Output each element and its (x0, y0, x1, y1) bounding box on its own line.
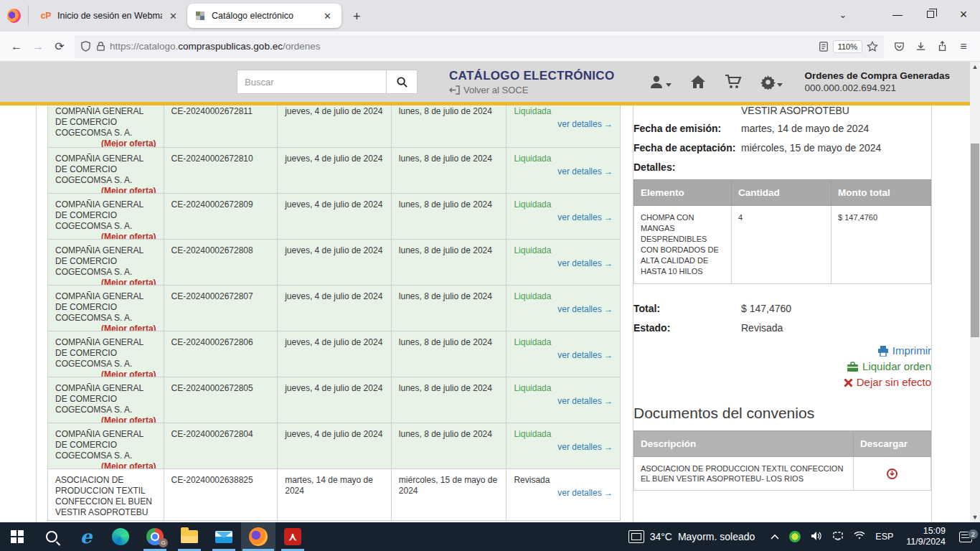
taskbar-mail-button[interactable] (207, 522, 241, 551)
start-button[interactable] (0, 522, 34, 551)
taskbar-edge-button[interactable] (103, 522, 138, 551)
weather-desc: Mayorm. soleado (678, 531, 755, 542)
order-row[interactable]: COMPAÑIA GENERAL DE COMERCIO COGECOMSA S… (48, 194, 620, 240)
tab-close-icon[interactable]: ✕ (321, 9, 334, 23)
acceptance-date: lunes, 8 de julio de 2024 (392, 423, 507, 468)
view-details-link[interactable]: ver detalles → (514, 350, 613, 361)
view-details-link[interactable]: ver detalles → (514, 212, 613, 223)
view-details-link[interactable]: ver detalles → (514, 396, 613, 407)
pocket-icon[interactable] (888, 36, 910, 57)
order-row[interactable]: COMPAÑIA GENERAL DE COMERCIO COGECOMSA S… (48, 331, 620, 377)
back-to-soce-link[interactable]: Volver al SOCE (449, 85, 614, 95)
provider-name: COMPAÑIA GENERAL DE COMERCIO COGECOMSA S… (55, 199, 143, 231)
antivirus-tray-icon[interactable] (789, 531, 801, 542)
order-number: CE-20240002672810 (164, 148, 278, 193)
view-details-link[interactable]: ver detalles → (514, 166, 613, 177)
scroll-down-icon[interactable]: ▼ (970, 512, 980, 522)
issue-date: jueves, 4 de julio de 2024 (278, 423, 392, 468)
order-row[interactable]: COMPAÑIA GENERAL DE COMERCIO COGECOMSA S… (48, 423, 620, 469)
documents-section-title: Documentos del convenios (633, 405, 931, 422)
scrollbar-thumb[interactable] (971, 143, 979, 337)
estado-value: Revisada (741, 321, 931, 336)
order-items-table: Elemento Cantidad Monto total CHOMPA CON… (633, 179, 931, 284)
minimize-button[interactable]: — (881, 0, 914, 29)
col-descargar: Descargar (854, 431, 931, 457)
order-row[interactable]: COMPAÑIA GENERAL DE COMERCIO COGECOMSA S… (48, 105, 620, 148)
item-amount: $ 147,4760 (831, 206, 931, 284)
print-link[interactable]: Imprimir (633, 343, 931, 359)
search-icon (46, 531, 57, 542)
order-number: CE-20240002672804 (164, 423, 278, 468)
order-row[interactable]: COMPAÑIA GENERAL DE COMERCIO COGECOMSA S… (48, 240, 620, 286)
order-row[interactable]: COMPAÑIA GENERAL DE COMERCIO COGECOMSA S… (48, 148, 620, 194)
internet-explorer-icon: e (80, 526, 93, 547)
taskbar-explorer-button[interactable] (172, 522, 207, 551)
issue-date: martes, 14 de mayo de 2024 (278, 469, 392, 520)
taskbar-chrome-button[interactable]: G (138, 522, 172, 551)
action-center-button[interactable]: 2 (951, 532, 980, 542)
search-input[interactable] (237, 70, 386, 94)
taskbar-firefox-button[interactable] (241, 522, 275, 551)
cast-icon[interactable] (832, 531, 844, 543)
volume-icon[interactable] (811, 531, 822, 543)
view-details-link[interactable]: ver detalles → (514, 442, 613, 453)
view-details-link[interactable]: ver detalles → (514, 258, 613, 269)
tab-title: Catálogo electrónico (212, 11, 316, 21)
lock-icon[interactable] (96, 41, 105, 52)
download-document-icon[interactable] (887, 468, 897, 479)
view-details-link[interactable]: ver detalles → (514, 304, 613, 315)
url-bar[interactable]: https://catalogo.compraspublicas.gob.ec/… (75, 35, 884, 58)
reload-icon[interactable]: ⟳ (49, 36, 70, 57)
liquidate-order-link[interactable]: Liquidar orden (633, 359, 931, 375)
forward-icon[interactable]: → (27, 36, 49, 57)
language-indicator[interactable]: ESP (875, 532, 893, 542)
order-row[interactable]: ASOCIACION DE PRODUCCION TEXTIL CONFECCI… (48, 469, 620, 521)
shield-icon[interactable] (80, 41, 91, 52)
list-all-tabs-icon[interactable]: ⌄ (826, 0, 859, 29)
back-icon[interactable]: ← (6, 36, 27, 57)
search-button[interactable] (386, 70, 418, 94)
weather-widget[interactable]: 34°C Mayorm. soleado (620, 530, 764, 543)
void-order-link[interactable]: Dejar sin efecto (633, 375, 931, 390)
share-icon[interactable] (931, 36, 953, 57)
documents-table: Descripción Descargar ASOCIACION DE PROD… (633, 430, 931, 491)
settings-menu-button[interactable] (760, 75, 783, 90)
close-button[interactable]: × (947, 0, 980, 29)
tab-webmail[interactable]: cP Inicio de sesión en Webmail ✕ (33, 4, 187, 28)
firefox-view-button[interactable] (7, 5, 29, 27)
hidden-icons-chevron-icon[interactable] (771, 532, 779, 542)
downloads-icon[interactable] (910, 36, 931, 57)
taskbar-ie-button[interactable]: e (69, 522, 103, 551)
mail-icon (215, 531, 232, 543)
home-button[interactable] (690, 75, 706, 89)
orders-info: Ordenes de Compra Generadas 000.000.002.… (804, 70, 950, 93)
wifi-icon[interactable] (854, 532, 865, 542)
zoom-level-button[interactable]: 110% (833, 40, 862, 53)
order-row[interactable]: COMPAÑIA GENERAL DE COMERCIO COGECOMSA S… (48, 286, 620, 331)
view-details-link[interactable]: ver detalles → (514, 119, 613, 130)
window-controls: ⌄ — × (826, 0, 980, 29)
tab-close-icon[interactable]: ✕ (166, 9, 180, 23)
bookmark-star-icon[interactable] (867, 41, 878, 52)
order-actions: Imprimir Liquidar orden Dejar sin efecto (633, 343, 931, 390)
user-menu-button[interactable] (649, 74, 672, 90)
cart-button[interactable] (725, 74, 742, 90)
status-badge: Liquidada (514, 383, 551, 393)
page-scrollbar[interactable]: ▲ ▼ (970, 62, 980, 522)
reader-view-icon[interactable] (819, 42, 829, 52)
scroll-up-icon[interactable]: ▲ (970, 62, 980, 72)
taskbar-clock[interactable]: 15:09 11/9/2024 (900, 526, 951, 547)
new-tab-button[interactable]: + (347, 9, 367, 24)
order-row[interactable]: COMPAÑIA GENERAL DE COMERCIO COGECOMSA S… (48, 377, 620, 423)
order-number: CE-20240002672805 (164, 377, 278, 423)
menu-hamburger-icon[interactable]: ≡ (953, 36, 974, 57)
details-label: Detalles: (633, 160, 741, 175)
issue-date: jueves, 4 de julio de 2024 (278, 286, 392, 331)
restore-button[interactable] (914, 0, 947, 29)
taskbar-search-button[interactable] (34, 522, 69, 551)
taskbar-acrobat-button[interactable]: ⋏ (275, 522, 310, 551)
x-icon (844, 378, 853, 387)
tab-catalogo[interactable]: Catálogo electrónico ✕ (187, 4, 341, 28)
status-badge: Liquidada (514, 199, 551, 209)
view-details-link[interactable]: ver detalles → (514, 488, 613, 499)
